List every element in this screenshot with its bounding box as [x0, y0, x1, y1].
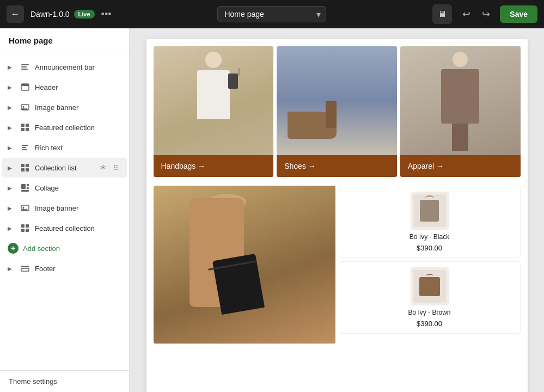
sidebar-item-label: Collage [35, 184, 121, 192]
rich-text-icon [20, 142, 30, 153]
featured-products: Bo Ivy - Black $390.00 Bo Ivy - Brown [337, 184, 522, 345]
featured-section: Bo Ivy - Black $390.00 Bo Ivy - Brown [146, 179, 528, 351]
sidebar-item-label: Featured collection [35, 224, 121, 232]
sidebar-item-collection-list[interactable]: ▶ Collection list 👁 ⠿ [2, 158, 127, 177]
add-section-button[interactable]: + Add section [2, 238, 127, 258]
product-name-1: Bo Ivy - Black [345, 233, 515, 241]
svg-rect-2 [21, 69, 28, 70]
svg-rect-21 [21, 190, 29, 192]
image-banner-icon [20, 102, 30, 113]
topbar-center: Home page About Contact Products [118, 6, 426, 22]
redo-button[interactable]: ↪ [477, 5, 494, 23]
product-card-1[interactable]: Bo Ivy - Black $390.00 [339, 186, 521, 258]
svg-rect-1 [21, 66, 27, 68]
collection-card-apparel[interactable]: Apparel → [400, 46, 521, 177]
apparel-label: Apparel → [400, 155, 521, 177]
visibility-icon[interactable]: 👁 [97, 162, 108, 173]
announcement-bar-icon [20, 62, 30, 72]
sidebar-item-label: Announcement bar [35, 63, 121, 71]
sidebar-item-label: Collection list [35, 164, 93, 172]
svg-rect-7 [21, 124, 25, 127]
chevron-icon: ▶ [8, 145, 15, 151]
sidebar-item-header[interactable]: ▶ Header [2, 77, 127, 97]
featured-collection-icon [20, 223, 30, 234]
chevron-icon: ▶ [8, 64, 15, 70]
image-banner-icon [20, 203, 30, 213]
undo-button[interactable]: ↩ [457, 5, 475, 23]
main-layout: Home page ▶ Announcement bar ▶ Header [0, 28, 544, 392]
chevron-icon: ▶ [8, 205, 15, 211]
sidebar-item-label: Footer [35, 265, 121, 273]
back-button[interactable]: ← [7, 5, 24, 23]
header-icon [20, 82, 30, 93]
product-name-2: Bo Ivy - Brown [345, 309, 515, 316]
chevron-icon: ▶ [8, 105, 15, 111]
svg-rect-12 [22, 147, 26, 148]
svg-rect-13 [22, 149, 27, 150]
preview-button[interactable]: 🖥 [432, 4, 452, 24]
chevron-icon: ▶ [8, 266, 15, 272]
product-price-1: $390.00 [345, 244, 515, 252]
shoes-label: Shoes → [277, 155, 397, 177]
svg-rect-0 [21, 64, 29, 65]
canvas: Handbags → Shoes → [130, 28, 544, 392]
page-select-wrap: Home page About Contact Products [217, 6, 326, 22]
theme-settings-button[interactable]: Theme settings [0, 370, 129, 392]
chevron-icon: ▶ [8, 125, 15, 131]
sidebar-items: ▶ Announcement bar ▶ Header ▶ [0, 53, 129, 370]
footer-icon [20, 263, 30, 274]
svg-rect-4 [21, 84, 29, 86]
sidebar-item-label: Featured collection [35, 124, 121, 132]
product-thumbnail-2 [411, 267, 449, 305]
product-thumbnail-1 [411, 192, 449, 230]
svg-rect-26 [21, 229, 25, 232]
sidebar-item-label: Rich text [35, 144, 121, 152]
page-select[interactable]: Home page About Contact Products [217, 6, 326, 22]
drag-handle-icon[interactable]: ⠿ [111, 162, 121, 173]
undo-redo-group: ↩ ↪ [457, 5, 494, 23]
site-info: Dawn-1.0.0 Live [30, 10, 95, 19]
sidebar: Home page ▶ Announcement bar ▶ Header [0, 28, 130, 392]
svg-rect-25 [26, 224, 29, 228]
chevron-icon: ▶ [8, 84, 15, 90]
collection-card-shoes[interactable]: Shoes → [277, 46, 397, 177]
svg-rect-14 [21, 164, 25, 167]
sidebar-item-image-banner-1[interactable]: ▶ Image banner [2, 97, 127, 117]
sidebar-title: Home page [0, 28, 129, 53]
more-options-button[interactable]: ••• [101, 9, 112, 20]
canvas-inner: Handbags → Shoes → [146, 39, 528, 392]
sidebar-item-rich-text[interactable]: ▶ Rich text [2, 138, 127, 157]
site-name: Dawn-1.0.0 [30, 10, 70, 19]
svg-rect-17 [26, 168, 29, 171]
chevron-icon: ▶ [8, 185, 15, 191]
svg-rect-24 [21, 224, 25, 228]
sidebar-item-collage[interactable]: ▶ Collage [2, 178, 127, 198]
sidebar-item-label: Image banner [35, 204, 121, 212]
sidebar-item-featured-collection-1[interactable]: ▶ Featured collection [2, 118, 127, 137]
sidebar-item-featured-collection-2[interactable]: ▶ Featured collection [2, 218, 127, 238]
topbar-right: 🖥 ↩ ↪ Save [432, 4, 537, 24]
back-icon: ← [11, 9, 20, 19]
product-card-2[interactable]: Bo Ivy - Brown $390.00 [339, 261, 521, 334]
topbar: ← Dawn-1.0.0 Live ••• Home page About Co… [0, 0, 544, 28]
svg-rect-20 [27, 187, 29, 189]
svg-rect-15 [26, 164, 29, 167]
add-section-label: Add section [23, 244, 60, 253]
svg-rect-10 [26, 128, 29, 131]
handbags-label: Handbags → [154, 155, 274, 177]
svg-rect-8 [26, 124, 29, 127]
sidebar-item-announcement-bar[interactable]: ▶ Announcement bar [2, 57, 127, 77]
sidebar-item-footer[interactable]: ▶ Footer [2, 259, 127, 278]
collection-grid: Handbags → Shoes → [146, 39, 528, 179]
save-button[interactable]: Save [500, 5, 537, 23]
live-badge: Live [74, 10, 95, 19]
svg-rect-27 [26, 229, 29, 232]
item-actions: 👁 ⠿ [97, 162, 121, 173]
svg-rect-9 [21, 128, 25, 131]
sidebar-item-image-banner-2[interactable]: ▶ Image banner [2, 198, 127, 218]
svg-rect-28 [21, 266, 29, 267]
monitor-icon: 🖥 [438, 9, 447, 19]
collection-card-handbags[interactable]: Handbags → [154, 46, 274, 177]
svg-rect-11 [22, 145, 28, 146]
featured-main-image [154, 186, 335, 344]
